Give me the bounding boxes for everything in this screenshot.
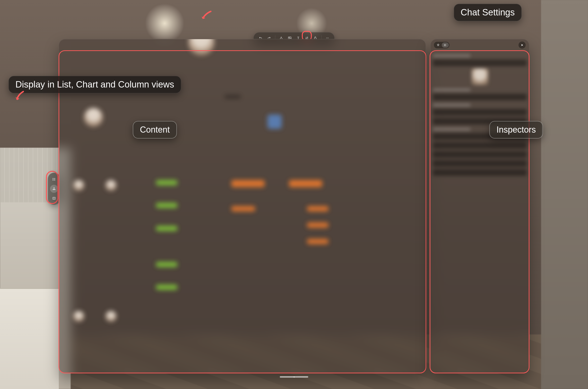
svg-point-5	[326, 38, 327, 38]
svg-point-1	[289, 37, 290, 38]
right-wall	[541, 0, 588, 389]
svg-point-10	[53, 180, 53, 180]
svg-point-11	[54, 187, 55, 188]
view-switch	[48, 173, 60, 205]
svg-point-12	[53, 189, 54, 190]
svg-point-16	[444, 44, 445, 45]
inspector-panel[interactable]	[430, 39, 529, 373]
chart-view-button[interactable]	[50, 185, 58, 193]
list-view-button[interactable]	[50, 175, 58, 183]
svg-point-13	[54, 189, 55, 190]
column-view-button[interactable]	[50, 194, 58, 202]
inspector-blurred	[433, 51, 526, 371]
inspector-tab-list[interactable]	[442, 42, 449, 48]
callout-inspectors: Inspectors	[489, 121, 543, 138]
inspector-header	[431, 41, 529, 49]
inspector-tab-info[interactable]	[434, 42, 442, 48]
kitchen-counter	[0, 288, 59, 389]
callout-chat-settings: Chat Settings	[454, 4, 522, 21]
svg-point-7	[328, 38, 329, 38]
svg-point-2	[307, 37, 308, 38]
svg-point-14	[55, 189, 56, 190]
callout-content: Content	[133, 121, 177, 138]
inspector-tabs	[434, 42, 450, 48]
callout-views: Display in List, Chart and Column views	[8, 76, 181, 93]
svg-point-17	[444, 45, 445, 45]
svg-rect-15	[53, 197, 56, 199]
svg-point-9	[53, 179, 53, 179]
svg-point-18	[444, 46, 445, 46]
svg-point-8	[53, 178, 53, 178]
svg-point-6	[327, 38, 328, 38]
play-button[interactable]	[519, 41, 526, 49]
home-indicator[interactable]	[280, 376, 308, 378]
